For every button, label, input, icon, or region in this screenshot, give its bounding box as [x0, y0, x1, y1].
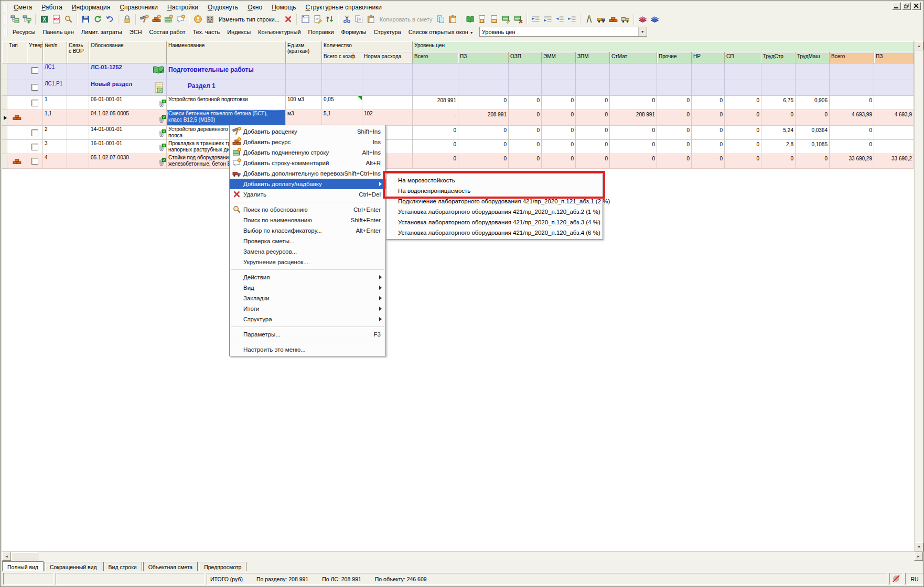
cell-norm[interactable]: [362, 80, 413, 96]
cell-value[interactable]: [458, 63, 509, 80]
price-level-dropdown-button[interactable]: ▼: [638, 27, 647, 36]
context-menu-item-view[interactable]: Вид: [230, 282, 385, 293]
column-header[interactable]: ПЗ: [874, 52, 914, 63]
cell-type[interactable]: [7, 110, 27, 126]
cell-value[interactable]: [725, 80, 761, 96]
cell-number[interactable]: 3: [43, 140, 67, 154]
language-indicator[interactable]: RU: [905, 573, 924, 585]
panel-button-тех-часть[interactable]: Тех. часть: [189, 27, 223, 37]
context-menu-item-add-surcharge[interactable]: Добавить доплату/надбавку: [230, 179, 385, 189]
cell-quantity[interactable]: 0,05: [322, 96, 362, 110]
column-header[interactable]: ОЗП: [509, 52, 542, 63]
cell-value[interactable]: 0: [542, 154, 576, 169]
cell-value[interactable]: 0: [458, 140, 509, 154]
context-menu-item-add-subrow[interactable]: Добавить подчиненную строкуAlt+Ins: [230, 147, 385, 158]
add-rate-icon[interactable]: [138, 14, 151, 25]
approved-checkbox[interactable]: [31, 144, 38, 150]
copy-sheet-icon[interactable]: [435, 14, 447, 25]
cell-number[interactable]: 4: [43, 154, 67, 169]
cell-type[interactable]: [7, 80, 27, 96]
row-marker-cell[interactable]: [2, 63, 7, 80]
sort-arrows-icon[interactable]: [324, 14, 336, 25]
cell-number[interactable]: ЛС1.Р1: [43, 80, 67, 96]
panel-button-панель-цен[interactable]: Панель цен: [39, 27, 77, 37]
cell-value[interactable]: 208 991: [413, 96, 458, 110]
context-menu-item-add-extra-transport[interactable]: Добавить дополнительную перевозкуShift+C…: [230, 168, 385, 179]
cell-name[interactable]: Смеси бетонные тяжелого бетона (БСТ),кла…: [167, 110, 286, 126]
column-header[interactable]: Уровень цен: [413, 41, 914, 52]
column-header[interactable]: ЗПМ: [576, 52, 610, 63]
cell-value[interactable]: [692, 63, 725, 80]
cell-value[interactable]: 0,1085: [796, 140, 830, 154]
calc-sheet-icon[interactable]: [299, 14, 311, 25]
cell-value[interactable]: [796, 63, 830, 80]
panel-button-индексы[interactable]: Индексы: [223, 27, 254, 37]
cell-value[interactable]: 0: [542, 140, 576, 154]
cell-value[interactable]: [761, 63, 796, 80]
cell-value[interactable]: [458, 80, 509, 96]
cell-value[interactable]: 0: [830, 96, 874, 110]
cell-value[interactable]: 4 693,99: [830, 110, 874, 126]
cell-type[interactable]: [7, 63, 27, 80]
cell-name[interactable]: Устройство бетонной подготовки: [167, 96, 286, 110]
cell-vor-link[interactable]: [67, 140, 89, 154]
cell-value[interactable]: [657, 80, 692, 96]
cell-value[interactable]: [657, 63, 692, 80]
submenu-item-frost-resistance[interactable]: На морозостойкость: [386, 175, 603, 186]
column-header[interactable]: ТрудСтр: [761, 52, 796, 63]
cell-approved[interactable]: [27, 154, 43, 169]
cell-vor-link[interactable]: [67, 126, 89, 140]
cell-approved[interactable]: [27, 126, 43, 140]
cell-value[interactable]: 0: [542, 126, 576, 140]
cell-value[interactable]: 0,0364: [796, 126, 830, 140]
column-header[interactable]: Количество: [322, 41, 413, 52]
cell-type[interactable]: [7, 140, 27, 154]
cell-value[interactable]: 0: [657, 126, 692, 140]
cell-value[interactable]: 5,24: [761, 126, 796, 140]
cell-value[interactable]: 0: [796, 110, 830, 126]
cell-type[interactable]: [7, 154, 27, 169]
cell-type[interactable]: [7, 126, 27, 140]
row-marker-cell[interactable]: [2, 140, 7, 154]
cell-approved[interactable]: [27, 140, 43, 154]
cell-value[interactable]: 0: [509, 154, 542, 169]
change-row-type-button[interactable]: Изменить тип строки...: [216, 16, 282, 23]
cell-value[interactable]: [509, 63, 542, 80]
cell-basis[interactable]: 14-01-001-01: [89, 126, 167, 140]
book-icon[interactable]: [464, 14, 476, 25]
menu-работа[interactable]: Работа: [37, 3, 67, 12]
toolbar-grip[interactable]: [4, 28, 7, 36]
excel-icon[interactable]: X: [38, 14, 50, 25]
cell-value[interactable]: 0,906: [796, 96, 830, 110]
cell-norm[interactable]: 102: [362, 110, 413, 126]
cell-unit[interactable]: [286, 80, 322, 96]
context-menu-item-structure[interactable]: Структура: [230, 314, 385, 324]
cell-approved[interactable]: [27, 80, 43, 96]
tab-объектная-смета[interactable]: Объектная смета: [143, 562, 198, 571]
bricks-icon[interactable]: [607, 14, 619, 25]
horizontal-scrollbar[interactable]: ◄ ►: [2, 551, 923, 560]
cell-value[interactable]: [830, 80, 874, 96]
context-menu-item-search-by-basis[interactable]: Поиск по обоснованиюCtrl+Enter: [230, 204, 385, 215]
lock-icon[interactable]: [121, 14, 133, 25]
cell-unit[interactable]: [286, 63, 322, 80]
compass-icon[interactable]: [583, 14, 595, 25]
approved-checkbox[interactable]: [31, 158, 38, 165]
cell-value[interactable]: 0: [725, 154, 761, 169]
cell-value[interactable]: 0: [725, 140, 761, 154]
cell-value[interactable]: 0: [509, 96, 542, 110]
tab-полный-вид[interactable]: Полный вид: [2, 561, 44, 571]
column-header[interactable]: Ед.изм. (краткая): [286, 41, 322, 63]
cell-value[interactable]: 0: [796, 154, 830, 169]
cell-number[interactable]: 2: [43, 126, 67, 140]
cell-quantity[interactable]: [322, 80, 362, 96]
cell-value[interactable]: [874, 140, 914, 154]
column-header[interactable]: Всего: [413, 52, 458, 63]
tab-предпросмотр[interactable]: Предпросмотр: [199, 562, 246, 571]
context-menu-item-add-resource[interactable]: Добавить ресурсIns: [230, 137, 385, 147]
cell-value[interactable]: 0: [458, 96, 509, 110]
cell-approved[interactable]: [27, 110, 43, 126]
submenu-item-lab-equipment-install-6[interactable]: Установка лабораторного оборудования 421…: [386, 227, 603, 238]
scrollbar-thumb[interactable]: [11, 552, 38, 560]
cell-value[interactable]: 33 690,2: [874, 154, 914, 169]
